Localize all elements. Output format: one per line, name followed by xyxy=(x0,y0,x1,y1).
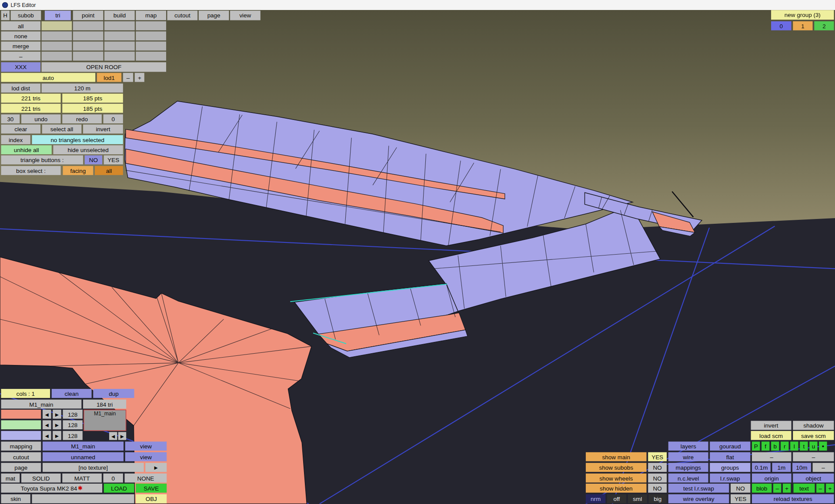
group-1-button[interactable]: 1 xyxy=(793,21,812,30)
nclevel-button[interactable]: n.c.level xyxy=(668,474,708,483)
layer-key-u[interactable]: u xyxy=(809,441,817,451)
new-group-button[interactable]: new group (3) xyxy=(771,10,834,20)
grid-cell[interactable] xyxy=(42,31,72,40)
save-scm-button[interactable]: save scm xyxy=(793,431,834,440)
mapping-view-button[interactable]: view xyxy=(125,441,167,451)
snap-dash-button[interactable]: – xyxy=(813,463,834,472)
cutout-view-button[interactable]: view xyxy=(125,452,167,461)
unhide-all-button[interactable]: unhide all xyxy=(1,145,51,154)
color-swatch-red[interactable] xyxy=(1,410,41,419)
load-scm-button[interactable]: load scm xyxy=(751,431,792,440)
page-next-button[interactable]: ► xyxy=(145,463,167,472)
material-next-button[interactable]: ► xyxy=(118,432,126,440)
green-decrease-button[interactable]: ◄ xyxy=(43,420,51,429)
layer-key-dot[interactable]: ● xyxy=(819,441,827,451)
dash-button-1[interactable]: – xyxy=(752,452,792,461)
color-swatch-green[interactable] xyxy=(1,420,41,429)
mat-zero-value[interactable]: 0 xyxy=(104,474,123,483)
load-button[interactable]: LOAD xyxy=(104,484,134,493)
menu-h[interactable]: H xyxy=(1,10,10,20)
grid-cell[interactable] xyxy=(104,21,135,30)
red-value[interactable]: 128 xyxy=(63,410,82,419)
snap-1m-button[interactable]: 1m xyxy=(772,463,791,472)
gouraud-button[interactable]: gouraud xyxy=(710,441,750,451)
color-swatch-blue[interactable] xyxy=(1,431,41,440)
layer-key-l[interactable]: l xyxy=(790,441,798,451)
green-value[interactable]: 128 xyxy=(63,420,82,429)
wire-button[interactable]: wire xyxy=(668,452,708,461)
menu-view[interactable]: view xyxy=(230,10,261,20)
test-lrswap-toggle[interactable]: NO xyxy=(731,484,750,493)
material-preview[interactable]: M1_main xyxy=(84,410,126,431)
lod-plus-button[interactable]: + xyxy=(135,73,144,82)
show-subobs-toggle[interactable]: NO xyxy=(648,463,667,472)
show-wheels-toggle[interactable]: NO xyxy=(648,474,667,483)
grid-cell[interactable] xyxy=(42,21,72,30)
wire-overlay-button[interactable]: wire overlay xyxy=(668,494,729,504)
menu-build[interactable]: build xyxy=(104,10,135,20)
material-prev-button[interactable]: ◄ xyxy=(109,432,117,440)
select-merge-row[interactable]: merge xyxy=(1,42,40,51)
grid-cell[interactable] xyxy=(73,31,104,40)
group-2-button[interactable]: 2 xyxy=(814,21,834,30)
select-all-row[interactable]: all xyxy=(1,21,40,30)
layers-button[interactable]: layers xyxy=(668,441,708,451)
blue-decrease-button[interactable]: ◄ xyxy=(43,431,51,440)
menu-point[interactable]: point xyxy=(73,10,104,20)
mappings-button[interactable]: mappings xyxy=(668,463,708,472)
invert-button[interactable]: invert xyxy=(751,421,792,430)
text-button[interactable]: text xyxy=(793,484,815,493)
menu-map[interactable]: map xyxy=(136,10,166,20)
snap-01m-button[interactable]: 0.1m xyxy=(752,463,771,472)
clear-button[interactable]: clear xyxy=(1,125,40,134)
grid-cell[interactable] xyxy=(42,52,72,61)
flat-button[interactable]: flat xyxy=(710,452,750,461)
layer-key-r[interactable]: r xyxy=(781,441,788,451)
show-main-toggle[interactable]: YES xyxy=(648,452,667,461)
shadow-button[interactable]: shadow xyxy=(793,421,834,430)
origin-button[interactable]: origin xyxy=(752,474,792,483)
menu-cutout[interactable]: cutout xyxy=(167,10,197,20)
red-increase-button[interactable]: ► xyxy=(53,410,61,419)
test-lrswap-button[interactable]: test l.r.swap xyxy=(668,484,729,493)
group-0-button[interactable]: 0 xyxy=(771,21,792,30)
red-decrease-button[interactable]: ◄ xyxy=(43,410,51,419)
lrswap-button[interactable]: l.r.swap xyxy=(710,474,750,483)
reload-textures-button[interactable]: reload textures xyxy=(752,494,834,504)
hide-unselected-button[interactable]: hide unselected xyxy=(53,145,123,154)
dup-button[interactable]: dup xyxy=(93,389,134,398)
mat-none-button[interactable]: NONE xyxy=(125,474,167,483)
grid-cell[interactable] xyxy=(104,42,135,51)
select-dash-row[interactable]: – xyxy=(1,52,40,61)
lod-dist-value[interactable]: 120 m xyxy=(42,83,123,93)
blob-button[interactable]: blob xyxy=(752,484,772,493)
select-all-button[interactable]: select all xyxy=(42,125,82,134)
menu-page[interactable]: page xyxy=(199,10,229,20)
nrm-off-button[interactable]: off xyxy=(607,494,626,504)
index-button[interactable]: index xyxy=(1,135,30,144)
nrm-button[interactable]: nrm xyxy=(586,494,605,504)
menu-tri[interactable]: tri xyxy=(45,10,71,20)
grid-cell[interactable] xyxy=(104,52,135,61)
menu-subob[interactable]: subob xyxy=(10,10,41,20)
xxx-button[interactable]: XXX xyxy=(1,62,40,72)
show-hidden-toggle[interactable]: NO xyxy=(648,484,667,493)
groups-button[interactable]: groups xyxy=(710,463,750,472)
mat-solid-button[interactable]: SOLID xyxy=(21,474,61,483)
box-select-facing[interactable]: facing xyxy=(63,166,93,175)
redo-button[interactable]: redo xyxy=(62,114,102,123)
snap-10m-button[interactable]: 10m xyxy=(792,463,811,472)
grid-cell[interactable] xyxy=(136,31,166,40)
lod-minus-button[interactable]: – xyxy=(123,73,133,82)
invert-selection-button[interactable]: invert xyxy=(83,125,123,134)
grid-cell[interactable] xyxy=(136,21,166,30)
page-texture-value[interactable]: [no texture] xyxy=(43,463,144,472)
save-button[interactable]: SAVE xyxy=(136,484,167,493)
object-button[interactable]: object xyxy=(793,474,834,483)
grid-cell[interactable] xyxy=(73,42,104,51)
blue-value[interactable]: 128 xyxy=(63,431,82,440)
layer-key-p[interactable]: P xyxy=(752,441,760,451)
auto-button[interactable]: auto xyxy=(1,73,95,82)
mapping-value[interactable]: M1_main xyxy=(43,441,124,451)
layer-key-t[interactable]: t xyxy=(800,441,808,451)
